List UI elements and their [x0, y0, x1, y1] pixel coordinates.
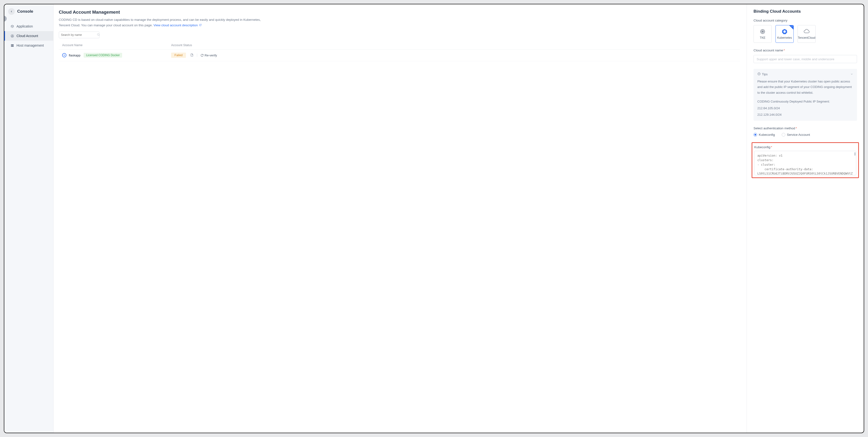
svg-rect-3 [11, 46, 13, 46]
svg-point-6 [97, 33, 99, 35]
tips-ip: 212.129.144.0/24 [757, 112, 853, 117]
category-label-text: Kubernetes [777, 36, 792, 39]
kubeconfig-label: Kubeconfig* [754, 145, 856, 149]
table-header: Account Name Account Status [59, 41, 740, 50]
sidebar-item-cloud-account[interactable]: Cloud Account [4, 31, 53, 41]
tencentcloud-icon [804, 28, 810, 35]
reverify-button[interactable]: Re-verify [200, 54, 217, 57]
tips-title: Tips [762, 72, 768, 76]
svg-rect-2 [11, 44, 13, 45]
search-icon [97, 33, 100, 37]
sidebar-item-application[interactable]: Application [4, 22, 53, 31]
kubernetes-icon [781, 28, 788, 35]
account-name-label: Cloud account name* [753, 49, 857, 52]
binding-panel: Binding Cloud Accounts Cloud account cat… [747, 4, 864, 433]
search-box[interactable] [59, 32, 99, 38]
category-label: Cloud account category [753, 19, 857, 22]
category-label-text: TKE [760, 36, 765, 39]
category-kubernetes[interactable]: Kubernetes [776, 25, 794, 43]
account-name-input[interactable] [753, 55, 857, 63]
cube-icon [10, 24, 14, 28]
svg-point-5 [11, 46, 11, 46]
category-tencentcloud[interactable]: TencentCloud [798, 25, 816, 43]
tips-toggle[interactable]: Tips [757, 72, 853, 76]
account-type-icon [62, 53, 66, 57]
radio-label: Kubeconfig [759, 133, 775, 136]
document-icon[interactable] [190, 53, 193, 57]
kubeconfig-highlight: Kubeconfig* [752, 142, 859, 178]
panel-title: Binding Cloud Accounts [753, 9, 857, 14]
sidebar-item-label: Host management [17, 43, 44, 47]
tips-text: Please ensure that your Kubernetes clust… [757, 79, 853, 95]
radio-icon [753, 133, 757, 136]
scrollbar[interactable] [855, 152, 856, 156]
sidebar-item-label: Application [17, 24, 33, 28]
license-badge: Licensed CODING Docker [84, 53, 122, 58]
server-icon [10, 43, 14, 47]
page-description: CODING CD is based on cloud-native capab… [59, 17, 269, 28]
info-icon [757, 72, 761, 76]
tips-segment-label: CODING Continuously Deployed Public IP S… [757, 99, 853, 104]
search-input[interactable] [61, 33, 97, 37]
column-account-name: Account Name [59, 43, 171, 47]
radio-icon [782, 133, 785, 136]
auth-option-kubeconfig[interactable]: Kubeconfig [753, 133, 775, 136]
view-description-link[interactable]: View cloud account description [153, 24, 202, 27]
svg-point-1 [12, 35, 13, 36]
external-link-icon [199, 24, 202, 27]
page-title: Cloud Account Management [59, 9, 740, 15]
category-tke[interactable]: TKE [753, 25, 772, 43]
divider [197, 54, 197, 57]
console-title: Console [17, 9, 33, 14]
kubeconfig-textarea[interactable] [754, 151, 856, 175]
radio-label: Service Account [787, 133, 810, 136]
auth-method-label: Select authentication method* [753, 126, 857, 130]
svg-line-7 [99, 35, 100, 36]
chevron-down-icon [850, 72, 853, 76]
tips-ip: 212.64.105.0/24 [757, 105, 853, 111]
cloud-account-icon [10, 34, 14, 38]
sidebar-item-host-management[interactable]: Host management [4, 41, 53, 50]
main-content: Cloud Account Management CODING CD is ba… [54, 4, 747, 433]
tke-icon [760, 28, 766, 35]
sidebar: Console Application Cloud Account Host m… [4, 4, 54, 433]
category-label-text: TencentCloud [798, 36, 815, 39]
status-badge: Failed [171, 53, 186, 58]
account-name: flaskapp [69, 54, 80, 57]
auth-option-service-account[interactable]: Service Account [782, 133, 810, 136]
column-account-status: Account Status [171, 43, 740, 47]
table-row[interactable]: flaskapp Licensed CODING Docker Failed R… [59, 50, 740, 61]
back-button[interactable] [8, 8, 15, 15]
tips-box: Tips Please ensure that your Kubernetes … [753, 69, 857, 121]
sidebar-item-label: Cloud Account [17, 34, 38, 38]
